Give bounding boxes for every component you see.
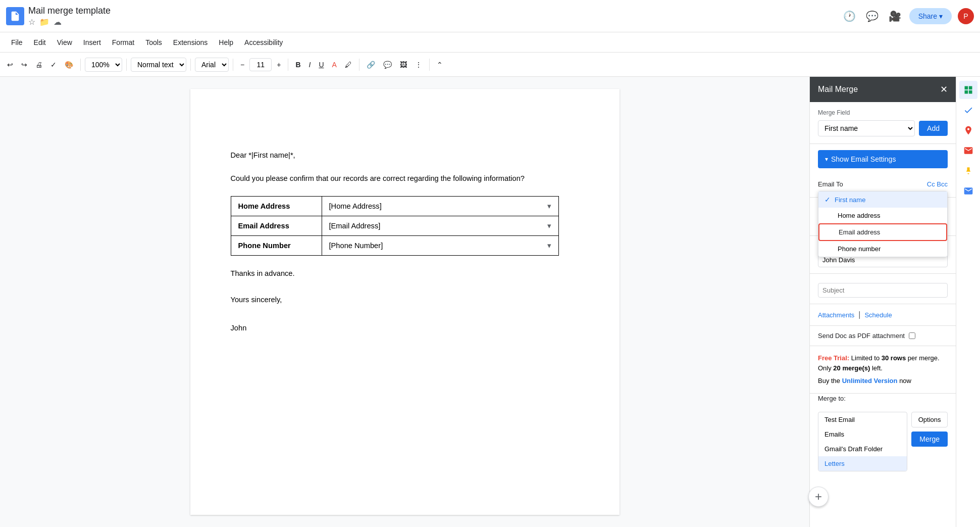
attach-separator: | [858, 310, 860, 319]
subject-section [810, 274, 956, 304]
options-button[interactable]: Options [911, 412, 948, 427]
doc-sincerely[interactable]: Yours sincerely, [231, 294, 579, 305]
doc-greeting[interactable]: Dear *|First name|*, [231, 150, 579, 161]
toolbar-paint[interactable]: 🎨 [62, 59, 76, 71]
trial-text: Free Trial: Limited to 30 rows per merge… [818, 353, 948, 373]
merge-list-item[interactable]: Test Email [818, 412, 907, 427]
menu-accessibility[interactable]: Accessibility [239, 36, 288, 49]
toolbar-font-size[interactable] [249, 58, 272, 71]
attachments-link[interactable]: Attachments [818, 311, 854, 319]
share-button[interactable]: Share ▾ [909, 8, 952, 24]
meet-button[interactable]: 🎥 [887, 8, 903, 24]
schedule-link[interactable]: Schedule [864, 311, 892, 319]
table-dropdown-icon[interactable]: ▾ [547, 240, 551, 251]
merge-field-row: First name Add [818, 120, 948, 136]
buy-text: Buy the Unlimited Version now [818, 376, 948, 386]
dropdown-item-phonenumber[interactable]: Phone number [818, 241, 947, 257]
right-icon-maps[interactable] [959, 121, 977, 139]
right-icon-sheets[interactable] [959, 81, 977, 99]
table-cell-label: Home Address [231, 197, 322, 216]
toolbar-italic[interactable]: I [306, 59, 314, 71]
unlimited-link[interactable]: Unlimited Version [842, 377, 898, 385]
comment-button[interactable]: 💬 [864, 8, 881, 24]
doc-content: Dear *|First name|*, Could you please co… [231, 150, 579, 333]
menu-insert[interactable]: Insert [78, 36, 106, 49]
right-panel: Mail Merge ✕ Merge Field First name Add … [809, 77, 956, 527]
subject-input[interactable] [818, 283, 948, 298]
trial-free-label: Free Trial: [818, 354, 849, 362]
merge-to-label: Merge to: [818, 395, 846, 402]
menu-edit[interactable]: Edit [29, 36, 51, 49]
doc-signature[interactable]: John [231, 322, 579, 333]
toolbar-redo[interactable]: ↪ [18, 59, 30, 71]
toolbar-expand[interactable]: ⌃ [434, 59, 446, 71]
toolbar-underline[interactable]: U [316, 59, 327, 71]
merge-list-item[interactable]: Emails [818, 427, 907, 442]
cloud-icon[interactable]: ☁ [54, 17, 62, 27]
toolbar-spell[interactable]: ✓ [47, 59, 60, 71]
trial-text3: left. [872, 364, 883, 372]
dropdown-item-homeaddress[interactable]: Home address [818, 208, 947, 223]
folder-icon[interactable]: 📁 [39, 17, 49, 27]
email-settings-arrow-icon: ▾ [825, 156, 828, 163]
menu-extensions[interactable]: Extensions [168, 36, 213, 49]
toolbar-font-decrease[interactable]: − [237, 59, 247, 71]
dropdown-item-firstname[interactable]: ✓ First name [818, 191, 947, 208]
toolbar-font-increase[interactable]: + [274, 59, 284, 71]
doc-para[interactable]: Could you please confirm that our record… [231, 173, 579, 184]
toolbar-undo[interactable]: ↩ [4, 59, 16, 71]
add-button[interactable]: Add [919, 121, 948, 136]
merge-field-select[interactable]: First name [818, 120, 915, 136]
merge-list-item[interactable]: Letters [818, 456, 907, 471]
history-button[interactable]: 🕐 [841, 8, 858, 24]
right-icon-mail2[interactable] [959, 182, 977, 200]
add-addon-button[interactable]: + [808, 487, 829, 507]
menu-file[interactable]: File [6, 36, 28, 49]
avatar[interactable]: P [958, 8, 974, 24]
merge-list-item[interactable]: Gmail's Draft Folder [818, 442, 907, 456]
menu-help[interactable]: Help [214, 36, 238, 49]
dropdown-item-emailaddress[interactable]: Email address [818, 223, 947, 241]
menu-tools[interactable]: Tools [140, 36, 167, 49]
trial-text1: Limited to [851, 354, 882, 362]
trial-section: Free Trial: Limited to 30 rows per merge… [810, 346, 956, 394]
toolbar-zoom[interactable]: 100% [85, 58, 122, 72]
svg-rect-0 [964, 86, 968, 90]
toolbar-comment[interactable]: 💬 [380, 59, 395, 71]
doc-paper: Dear *|First name|*, Could you please co… [190, 89, 620, 515]
pdf-checkbox[interactable] [909, 332, 915, 339]
table-dropdown-icon[interactable]: ▾ [547, 201, 551, 212]
cc-bcc-button[interactable]: Cc Bcc [927, 180, 948, 188]
toolbar-bold[interactable]: B [292, 59, 303, 71]
toolbar-image[interactable]: 🖼 [397, 59, 410, 71]
panel-close-button[interactable]: ✕ [940, 84, 948, 95]
toolbar-more[interactable]: ⋮ [412, 59, 425, 71]
toolbar-link[interactable]: 🔗 [364, 59, 378, 71]
toolbar-style[interactable]: Normal text [131, 58, 186, 72]
toolbar-font[interactable]: Arial [195, 58, 229, 72]
toolbar-sep4 [233, 59, 233, 71]
toolbar-print[interactable]: 🖨 [32, 59, 45, 71]
top-right: 🕐 💬 🎥 Share ▾ P [841, 8, 974, 24]
star-icon[interactable]: ☆ [28, 17, 35, 27]
pdf-label: Send Doc as PDF attachment [818, 332, 905, 340]
show-email-settings-button[interactable]: ▾ Show Email Settings [818, 150, 948, 168]
toolbar-highlight[interactable]: 🖊 [342, 59, 355, 71]
right-icon-keep[interactable] [959, 162, 977, 180]
table-dropdown-icon[interactable]: ▾ [547, 220, 551, 231]
right-icon-tasks[interactable] [959, 101, 977, 119]
doc-app-icon [6, 7, 24, 25]
toolbar-sep5 [288, 59, 288, 71]
right-icon-mail[interactable] [959, 141, 977, 160]
menu-format[interactable]: Format [107, 36, 139, 49]
right-icons-sidebar [956, 77, 980, 527]
menu-view[interactable]: View [52, 36, 77, 49]
doc-thanks[interactable]: Thanks in advance. [231, 268, 579, 279]
show-email-label: Show Email Settings [831, 155, 896, 163]
buy-prefix: Buy the [818, 377, 842, 385]
merge-button[interactable]: Merge [911, 432, 948, 447]
table-cell-label: Phone Number [231, 236, 322, 256]
toolbar-text-color[interactable]: A [329, 59, 340, 71]
dropdown-phonenumber-label: Phone number [838, 245, 881, 253]
table-cell-value: [Phone Number] ▾ [322, 236, 558, 256]
